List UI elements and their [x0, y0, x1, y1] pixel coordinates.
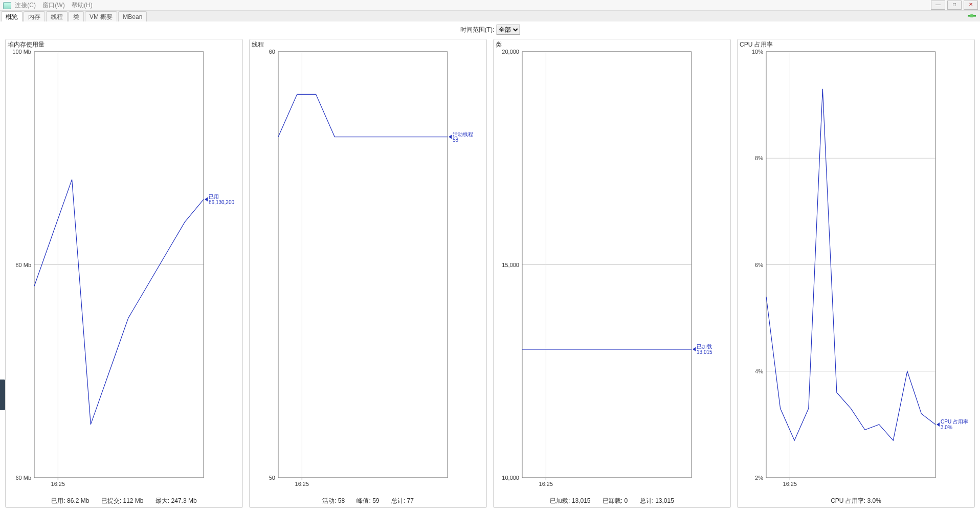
- svg-text:60 Mb: 60 Mb: [15, 475, 31, 481]
- tab-threads[interactable]: 线程: [46, 11, 68, 22]
- svg-text:20,000: 20,000: [502, 50, 519, 55]
- chart-heap-title: 堆内存使用量: [8, 40, 240, 50]
- heap-committed: 已提交: 112 Mb: [101, 497, 144, 504]
- threads-total: 总计: 77: [391, 497, 414, 504]
- chart-classes-stats: 已加载: 13,015 已卸载: 0 总计: 13,015: [494, 497, 730, 505]
- tab-memory[interactable]: 内存: [24, 11, 45, 22]
- svg-text:2%: 2%: [755, 475, 763, 481]
- chart-cpu: CPU 占用率 2%4%6%8%10%16:25CPU 占用率3.0% CPU …: [737, 39, 975, 508]
- classes-loaded: 已加载: 13,015: [550, 497, 590, 504]
- svg-text:16:25: 16:25: [295, 481, 309, 487]
- menu-window[interactable]: 窗口(W): [42, 2, 64, 9]
- charts-row: 堆内存使用量 60 Mb80 Mb100 Mb16:25已用86,130,200…: [5, 39, 975, 508]
- svg-rect-0: [970, 14, 973, 17]
- time-range-select[interactable]: 全部: [496, 25, 520, 35]
- tab-vm[interactable]: VM 概要: [85, 11, 117, 22]
- svg-text:13,015: 13,015: [697, 349, 712, 355]
- svg-text:已加载: 已加载: [697, 344, 712, 349]
- tab-mbean[interactable]: MBean: [118, 11, 147, 22]
- menu-connect[interactable]: 连接(C): [15, 2, 36, 9]
- svg-text:活动线程: 活动线程: [453, 131, 473, 137]
- svg-text:58: 58: [453, 137, 459, 143]
- chart-cpu-body: 2%4%6%8%10%16:25CPU 占用率3.0%: [741, 50, 971, 493]
- chart-heap: 堆内存使用量 60 Mb80 Mb100 Mb16:25已用86,130,200…: [5, 39, 243, 508]
- chart-classes: 类 10,00015,00020,00016:25已加载13,015 已加载: …: [493, 39, 731, 508]
- chart-threads: 线程 506016:25活动线程58 活动: 58 峰值: 59 总计: 77: [249, 39, 487, 508]
- chart-threads-svg: 506016:25活动线程58: [253, 50, 483, 493]
- svg-text:16:25: 16:25: [539, 481, 553, 487]
- svg-text:100 Mb: 100 Mb: [12, 50, 31, 55]
- classes-unloaded: 已卸载: 0: [603, 497, 628, 504]
- svg-text:10,000: 10,000: [502, 475, 519, 481]
- side-tab-handle[interactable]: [0, 380, 5, 410]
- heap-used: 已用: 86.2 Mb: [51, 497, 89, 504]
- classes-total: 总计: 13,015: [640, 497, 674, 504]
- svg-text:16:25: 16:25: [783, 481, 797, 487]
- app-icon: [3, 2, 11, 9]
- window-controls: — □ ✕: [931, 0, 978, 10]
- svg-text:3.0%: 3.0%: [941, 425, 952, 430]
- svg-text:已用: 已用: [209, 194, 219, 199]
- cpu-usage: CPU 占用率: 3.0%: [831, 497, 881, 504]
- svg-text:50: 50: [269, 475, 275, 481]
- chart-threads-title: 线程: [252, 40, 484, 50]
- svg-text:CPU 占用率: CPU 占用率: [941, 419, 968, 425]
- tab-overview[interactable]: 概览: [1, 11, 23, 22]
- chart-classes-title: 类: [496, 40, 728, 50]
- time-range-control: 时间范围(T): 全部: [460, 25, 520, 35]
- menu-help[interactable]: 帮助(H): [72, 2, 93, 9]
- chart-cpu-svg: 2%4%6%8%10%16:25CPU 占用率3.0%: [741, 50, 971, 493]
- svg-text:60: 60: [269, 50, 275, 55]
- heap-max: 最大: 247.3 Mb: [155, 497, 197, 504]
- chart-threads-body: 506016:25活动线程58: [253, 50, 483, 493]
- svg-text:80 Mb: 80 Mb: [15, 262, 31, 268]
- maximize-button[interactable]: □: [947, 1, 962, 10]
- time-range-label: 时间范围(T):: [460, 26, 495, 34]
- chart-classes-body: 10,00015,00020,00016:25已加载13,015: [497, 50, 727, 493]
- connection-status-icon: [967, 12, 977, 20]
- close-button[interactable]: ✕: [964, 1, 978, 10]
- threads-peak: 峰值: 59: [357, 497, 379, 504]
- tabbar: 概览 内存 线程 类 VM 概要 MBean: [0, 11, 980, 23]
- svg-text:6%: 6%: [755, 262, 763, 268]
- chart-classes-svg: 10,00015,00020,00016:25已加载13,015: [497, 50, 727, 493]
- svg-text:10%: 10%: [752, 50, 763, 55]
- svg-text:15,000: 15,000: [502, 262, 519, 268]
- chart-heap-stats: 已用: 86.2 Mb 已提交: 112 Mb 最大: 247.3 Mb: [6, 497, 242, 505]
- page-overview: 时间范围(T): 全部 堆内存使用量 60 Mb80 Mb100 Mb16:25…: [0, 21, 980, 512]
- svg-text:86,130,200: 86,130,200: [209, 199, 234, 205]
- chart-heap-svg: 60 Mb80 Mb100 Mb16:25已用86,130,200: [9, 50, 239, 493]
- menubar: 连接(C) 窗口(W) 帮助(H) — □ ✕: [0, 0, 980, 11]
- chart-cpu-stats: CPU 占用率: 3.0%: [738, 497, 974, 505]
- chart-cpu-title: CPU 占用率: [740, 40, 972, 50]
- tab-classes[interactable]: 类: [69, 11, 84, 22]
- threads-live: 活动: 58: [322, 497, 345, 504]
- svg-text:4%: 4%: [755, 368, 763, 374]
- chart-threads-stats: 活动: 58 峰值: 59 总计: 77: [250, 497, 486, 505]
- svg-text:16:25: 16:25: [51, 481, 65, 487]
- svg-text:8%: 8%: [755, 155, 763, 161]
- chart-heap-body: 60 Mb80 Mb100 Mb16:25已用86,130,200: [9, 50, 239, 493]
- minimize-button[interactable]: —: [931, 1, 945, 10]
